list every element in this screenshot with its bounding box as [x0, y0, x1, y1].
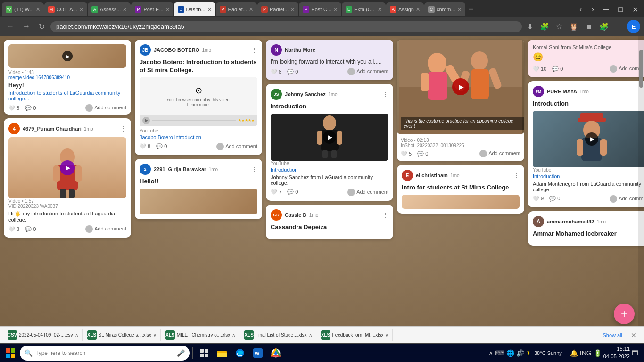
eli-partial-img[interactable]: [402, 195, 520, 209]
add-comment-johnny[interactable]: Add comment: [347, 189, 388, 196]
tab-5[interactable]: D Dashb... ✕: [174, 2, 215, 16]
maximize-button[interactable]: □: [614, 4, 627, 15]
taskbar-search-box[interactable]: 🔍 🎤: [20, 346, 190, 361]
battery-icon[interactable]: 🔋: [594, 349, 602, 357]
extension-owl-icon[interactable]: 🦉: [567, 20, 581, 33]
tab-8[interactable]: P Post-C... ✕: [299, 2, 341, 16]
profile-button[interactable]: E: [627, 20, 640, 33]
tab-7-close[interactable]: ✕: [290, 7, 295, 13]
jacobo-link[interactable]: Jacobo Botero introduction: [140, 134, 257, 140]
likes-maya[interactable]: 🤍 9: [533, 196, 544, 202]
minimize-button[interactable]: ─: [600, 4, 612, 15]
dl-caret-1[interactable]: ∧: [75, 332, 78, 337]
extensions-icon[interactable]: 🧩: [537, 20, 552, 33]
bookmark-icon[interactable]: ☆: [553, 20, 565, 33]
taskbar-search-input[interactable]: [35, 350, 174, 356]
maya-link[interactable]: Introduction: [533, 173, 644, 179]
chrome-button[interactable]: [267, 345, 284, 362]
likes-punam[interactable]: 🤍 8: [8, 226, 19, 232]
time-display[interactable]: 15:11 04-05-2022: [603, 346, 630, 360]
tab-11-close[interactable]: ✕: [457, 7, 462, 13]
address-input[interactable]: [50, 21, 522, 32]
add-comment-jacobo[interactable]: Add comment: [216, 143, 257, 150]
menu-cassie[interactable]: ⋮: [382, 211, 388, 219]
tab-3-close[interactable]: ✕: [123, 7, 127, 13]
johnny-video-thumb[interactable]: ▶: [271, 114, 388, 161]
dl-caret-2[interactable]: ∧: [153, 332, 157, 337]
language-icon[interactable]: ING: [580, 349, 592, 357]
dl-caret-4[interactable]: ∧: [309, 332, 312, 337]
new-tab-button[interactable]: +: [466, 5, 477, 15]
scroll-indicator[interactable]: [638, 36, 644, 326]
dl-caret-5[interactable]: ∧: [385, 332, 388, 337]
merge-video-link[interactable]: merge video 1647806389410: [8, 75, 126, 80]
tab-scroll-right-button[interactable]: ›: [588, 4, 598, 15]
file-explorer-button[interactable]: [214, 345, 231, 362]
tab-scroll-left-button[interactable]: ‹: [576, 4, 586, 15]
notification-icon[interactable]: 🔔: [570, 349, 578, 357]
keyboard-icon[interactable]: ⌨: [495, 349, 504, 357]
tab-4[interactable]: P Post-E... ✕: [131, 2, 173, 16]
punam-video-thumb[interactable]: ▶: [8, 137, 126, 198]
likes-dance[interactable]: 🤍 5: [401, 151, 412, 157]
back-button[interactable]: ←: [4, 20, 17, 33]
add-comment-top[interactable]: Add comment: [85, 104, 126, 112]
download-item-4[interactable]: XLS Final List of Stude....xlsx ∧: [240, 329, 316, 341]
add-comment-punam[interactable]: Add comment: [85, 225, 126, 233]
yt-cant-play[interactable]: ⊙ Your browser can't play this video.Lea…: [140, 77, 257, 126]
tab-3[interactable]: A Assess... ✕: [88, 2, 131, 16]
menu-eli[interactable]: ⋮: [513, 172, 520, 179]
tab-4-close[interactable]: ✕: [165, 7, 170, 13]
menu-girija[interactable]: ⋮: [251, 165, 257, 173]
likes-narthu[interactable]: 🤍 8: [271, 69, 281, 75]
up-arrow-icon[interactable]: ∧: [488, 349, 493, 357]
dance-video-thumb[interactable]: ▶ This is the costume practice for an up…: [397, 40, 524, 134]
download-item-5[interactable]: XLS Feedback form MI....xlsx ∧: [317, 329, 393, 341]
tab-7[interactable]: P Padlet... ✕: [257, 2, 298, 16]
settings-icon[interactable]: ⋮: [613, 20, 625, 33]
tab-8-close[interactable]: ✕: [333, 7, 338, 13]
menu-punam[interactable]: ⋮: [120, 125, 126, 132]
tab-10-close[interactable]: ✕: [416, 7, 420, 13]
mic-icon[interactable]: 🎤: [177, 349, 185, 357]
intro-link[interactable]: Introduction to students of LaGuardia co…: [8, 90, 126, 101]
volume-icon[interactable]: 🔊: [516, 349, 524, 357]
tab-6-close[interactable]: ✕: [249, 7, 253, 13]
like-count-top[interactable]: 🤍 8: [8, 105, 19, 111]
likes-komal[interactable]: 🤍 10: [533, 66, 546, 72]
tab-10[interactable]: A Assign ✕: [386, 2, 424, 16]
tab-2[interactable]: M COIL A... ✕: [44, 2, 87, 16]
tab-1-close[interactable]: ✕: [36, 7, 40, 13]
download-bar-close[interactable]: ✕: [627, 331, 640, 339]
add-comment-narthu[interactable]: Add comment: [347, 68, 388, 75]
task-view-button[interactable]: [196, 345, 213, 362]
edge-button[interactable]: [231, 345, 248, 362]
tab-9-close[interactable]: ✕: [378, 7, 382, 13]
forward-button[interactable]: →: [20, 20, 33, 33]
add-comment-dance[interactable]: Add comment: [479, 150, 520, 157]
tab-6[interactable]: P Padlet... ✕: [216, 2, 257, 16]
download-icon[interactable]: ⬇: [525, 20, 536, 33]
download-item-1[interactable]: CSV 2022-05-04T09_02-....csv ∧: [4, 329, 83, 341]
tab-2-close[interactable]: ✕: [79, 7, 83, 13]
merge-video-thumb[interactable]: ▶: [8, 44, 126, 68]
yt-play-btn[interactable]: ▶: [142, 117, 150, 124]
menu-johnny[interactable]: ⋮: [382, 90, 388, 98]
extension-screen-icon[interactable]: 🖥: [583, 20, 595, 33]
tab-11[interactable]: C chrom... ✕: [424, 2, 465, 16]
notification-center-icon[interactable]: 🗔: [632, 349, 638, 357]
close-button[interactable]: ✕: [628, 4, 642, 15]
johnny-link[interactable]: Introduction: [271, 167, 388, 173]
menu-jacobo[interactable]: ⋮: [251, 46, 257, 54]
girija-partial-img[interactable]: [140, 189, 257, 214]
tab-9[interactable]: E Ekta (C... ✕: [342, 2, 386, 16]
word-button[interactable]: W: [249, 345, 266, 362]
download-item-2[interactable]: XLS St. Miras College s....xlsx ∧: [83, 329, 161, 341]
start-button[interactable]: [2, 345, 19, 362]
likes-jacobo[interactable]: 🤍 8: [140, 143, 150, 149]
likes-johnny[interactable]: 🤍 7: [271, 189, 281, 195]
refresh-button[interactable]: ↻: [36, 20, 48, 33]
extension-puzzle-icon[interactable]: 🧩: [597, 20, 611, 33]
adam-video-thumb[interactable]: ▶: [533, 111, 644, 167]
fab-add-button[interactable]: +: [614, 304, 635, 324]
